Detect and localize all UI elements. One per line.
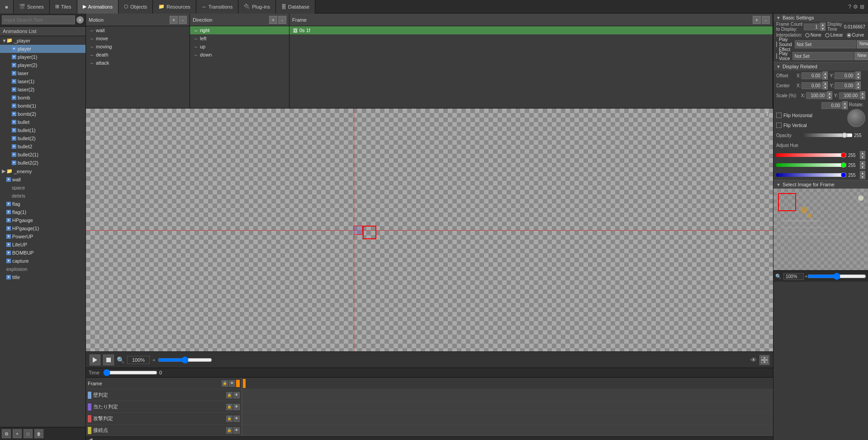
hue-g-down[interactable]: ▼ xyxy=(860,165,865,169)
scale-x-up[interactable]: ▲ xyxy=(827,91,832,95)
interp-curve-radio[interactable]: Curve xyxy=(847,33,864,38)
motion-item-moving[interactable]: ↔ moving xyxy=(86,43,190,51)
display-related-header[interactable]: ▼ Display Related xyxy=(773,62,868,71)
tree-item-bomb[interactable]: ✦ bomb xyxy=(0,94,85,102)
offset-y-down[interactable]: ▼ xyxy=(855,76,861,80)
motion-item-death[interactable]: ↔ death xyxy=(86,51,190,59)
settings-icon[interactable]: ⚙ xyxy=(853,4,858,10)
scale-y-up[interactable]: ▲ xyxy=(860,91,865,95)
attack-lock-icon[interactable]: 🔒 xyxy=(226,416,232,422)
tab-scenes[interactable]: 🎬 Scenes xyxy=(14,0,50,14)
offset-y-up[interactable]: ▲ xyxy=(855,71,861,76)
direction-item-up[interactable]: ↔ up xyxy=(190,43,289,51)
direction-item-left[interactable]: ↔ left xyxy=(190,34,289,43)
search-input[interactable] xyxy=(2,15,75,24)
connect-eye-icon[interactable]: 👁 xyxy=(233,427,240,434)
search-clear-button[interactable]: × xyxy=(76,16,84,24)
tab-plugins[interactable]: 🔌 Plug-ins xyxy=(238,0,276,14)
offset-x-up[interactable]: ▲ xyxy=(822,71,828,76)
center-y-down[interactable]: ▼ xyxy=(855,85,861,90)
frame-count-input[interactable] xyxy=(804,24,820,30)
hit-eye-icon[interactable]: 👁 xyxy=(233,404,240,410)
motion-item-wait[interactable]: ↔ wait xyxy=(86,26,190,34)
view-icon[interactable]: 👁 xyxy=(750,356,757,364)
tree-item-title[interactable]: ✦ title xyxy=(0,273,85,281)
tree-item-powerup[interactable]: ✦ PowerUP xyxy=(0,232,85,241)
center-x-input[interactable] xyxy=(802,82,822,89)
frame-add-button[interactable]: + xyxy=(753,16,761,24)
tab-transitions[interactable]: ↔ Transitions xyxy=(196,0,238,14)
direction-item-right[interactable]: ↔ right xyxy=(190,26,289,34)
copy-button[interactable]: □ xyxy=(24,429,33,438)
delete-button[interactable]: 🗑 xyxy=(34,429,43,438)
help-icon[interactable]: ? xyxy=(848,4,851,10)
center-y-input[interactable] xyxy=(835,82,855,89)
tree-item-player-folder[interactable]: ▼ 📁 _player xyxy=(0,36,85,45)
scale-x-input[interactable] xyxy=(806,92,826,99)
tree-item-hpgauge1[interactable]: ✦ HPgauge(1) xyxy=(0,224,85,232)
scale-x-down[interactable]: ▼ xyxy=(827,95,832,99)
frame-count-up[interactable]: ▲ xyxy=(820,23,825,27)
tab-resources[interactable]: 📁 Resources xyxy=(153,0,196,14)
tree-item-bullet[interactable]: ✦ bullet xyxy=(0,118,85,126)
grid-icon[interactable]: ⊞ xyxy=(860,4,864,10)
bottom-zoom-slider[interactable] xyxy=(807,273,866,280)
zoom-slider[interactable] xyxy=(158,356,212,364)
tree-item-bullet2-2[interactable]: ✦ bullet2(2) xyxy=(0,159,85,167)
tab-animations[interactable]: ▶ Animations xyxy=(77,0,119,14)
tree-item-hpgauge[interactable]: ✦ HPgauge xyxy=(0,216,85,224)
stop-button[interactable] xyxy=(103,355,114,365)
timeline-scroll-left-icon[interactable]: ◀ xyxy=(89,437,92,440)
center-x-up[interactable]: ▲ xyxy=(822,81,828,85)
tree-item-player[interactable]: ✦ player xyxy=(0,45,85,53)
hue-b-up[interactable]: ▲ xyxy=(860,171,865,175)
select-image-header[interactable]: ▼ Select Image for Frame xyxy=(773,180,868,189)
bottom-zoom-input[interactable] xyxy=(783,273,804,280)
offset-x-input[interactable] xyxy=(802,72,822,79)
flip-h-checkbox[interactable] xyxy=(776,113,782,118)
direction-remove-button[interactable]: - xyxy=(278,16,286,24)
sound-select-input[interactable] xyxy=(795,40,856,48)
motion-remove-button[interactable]: - xyxy=(179,16,187,24)
center-y-up[interactable]: ▲ xyxy=(855,81,861,85)
tree-item-laser1[interactable]: ✦ laser(1) xyxy=(0,77,85,85)
tree-item-bomb1[interactable]: ✦ bomb(1) xyxy=(0,102,85,110)
zoom-plus-icon[interactable]: + xyxy=(152,357,155,363)
scale-z-input[interactable] xyxy=(821,102,842,109)
tree-item-bullet2[interactable]: ✦ bullet(2) xyxy=(0,134,85,142)
motion-item-move[interactable]: ↔ move xyxy=(86,34,190,43)
scale-y-down[interactable]: ▼ xyxy=(860,95,865,99)
attack-eye-icon[interactable]: 👁 xyxy=(233,416,240,422)
grid-toggle-button[interactable] xyxy=(759,355,769,365)
hue-r-down[interactable]: ▼ xyxy=(860,155,865,159)
tab-database[interactable]: 🗄 Database xyxy=(276,0,315,14)
tree-item-flag[interactable]: ✦ flag xyxy=(0,200,85,208)
tree-item-flag1[interactable]: ✦ flag(1) xyxy=(0,208,85,216)
tree-item-bombup[interactable]: ✦ BOMBUP xyxy=(0,249,85,257)
wall-lock-icon[interactable]: 🔒 xyxy=(226,392,232,398)
tree-item-bullet2b[interactable]: ✦ bullet2 xyxy=(0,142,85,151)
wall-eye-icon[interactable]: 👁 xyxy=(233,392,240,398)
tree-item-bullet2-1[interactable]: ✦ bullet2(1) xyxy=(0,151,85,159)
sound-new-button[interactable]: New xyxy=(857,40,868,48)
flip-v-checkbox[interactable] xyxy=(776,123,782,128)
app-icon[interactable]: ● xyxy=(0,0,14,14)
hit-lock-icon[interactable]: 🔒 xyxy=(226,404,232,410)
frame-item-0s1f[interactable]: 🖼 0s 1f xyxy=(289,26,773,34)
tree-item-laser[interactable]: ✦ laser xyxy=(0,69,85,77)
interp-none-radio[interactable]: None xyxy=(805,33,821,38)
direction-add-button[interactable]: + xyxy=(269,16,277,24)
tree-item-player2[interactable]: ✦ player(2) xyxy=(0,61,85,69)
voice-select-input[interactable] xyxy=(792,52,854,60)
image-preview[interactable] xyxy=(773,189,868,270)
motion-item-attack[interactable]: ↔ attack xyxy=(86,59,190,67)
tree-item-bomb2[interactable]: ✦ bomb(2) xyxy=(0,110,85,118)
hue-b-down[interactable]: ▼ xyxy=(860,175,865,179)
tree-item-wall[interactable]: ✦ wall xyxy=(0,175,85,184)
tab-objects[interactable]: ⬡ Objects xyxy=(119,0,153,14)
tree-item-capture[interactable]: ✦ capture xyxy=(0,257,85,265)
motion-add-button[interactable]: + xyxy=(170,16,178,24)
connect-lock-icon[interactable]: 🔒 xyxy=(226,427,232,434)
play-sound-checkbox[interactable] xyxy=(776,42,777,47)
basic-settings-header[interactable]: ▼ Basic Settings xyxy=(773,14,868,22)
